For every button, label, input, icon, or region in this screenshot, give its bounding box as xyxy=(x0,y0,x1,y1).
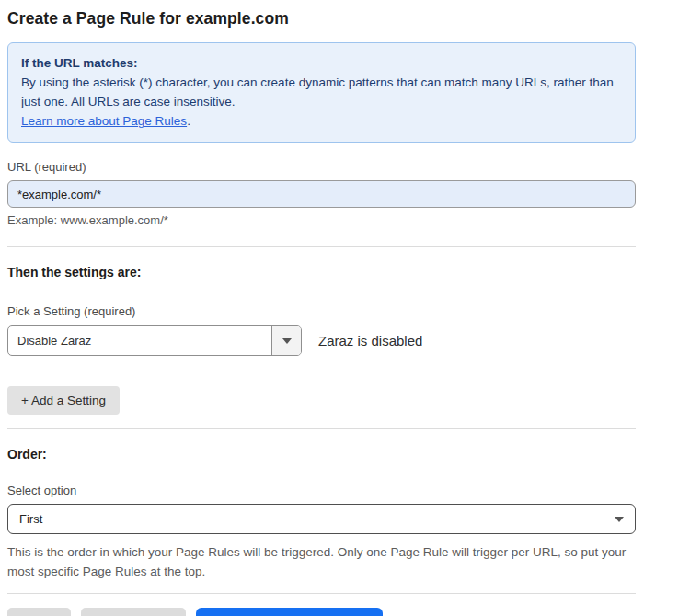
info-box-body: By using the asterisk (*) character, you… xyxy=(21,73,622,111)
order-help-text: This is the order in which your Page Rul… xyxy=(7,542,636,581)
save-and-deploy-button[interactable]: Save and Deploy Page Rule xyxy=(196,608,384,616)
cancel-button[interactable]: Cancel xyxy=(7,608,71,616)
form-actions: Cancel Save as Draft Save and Deploy Pag… xyxy=(7,608,636,616)
add-setting-button[interactable]: + Add a Setting xyxy=(7,386,120,415)
save-as-draft-button[interactable]: Save as Draft xyxy=(81,608,186,616)
order-select-label: Select option xyxy=(7,484,636,497)
setting-select-value: Disable Zaraz xyxy=(8,326,271,355)
order-select-value: First xyxy=(19,512,42,526)
setting-status-text: Zaraz is disabled xyxy=(318,333,422,348)
page-title: Create a Page Rule for example.com xyxy=(7,9,636,29)
order-section-heading: Order: xyxy=(7,447,636,462)
url-field-hint: Example: www.example.com/* xyxy=(7,213,636,227)
chevron-down-icon xyxy=(282,338,292,344)
order-select[interactable]: First xyxy=(7,504,636,534)
url-input[interactable] xyxy=(7,180,636,208)
setting-select-arrow-button[interactable] xyxy=(271,326,301,355)
divider xyxy=(7,593,636,594)
divider xyxy=(7,246,636,247)
setting-select[interactable]: Disable Zaraz xyxy=(7,325,302,356)
settings-section-heading: Then the settings are: xyxy=(7,265,636,279)
chevron-down-icon xyxy=(615,517,624,522)
page-rule-form: Create a Page Rule for example.com If th… xyxy=(0,0,690,616)
pick-setting-label: Pick a Setting (required) xyxy=(7,304,636,318)
learn-more-link[interactable]: Learn more about Page Rules xyxy=(21,114,187,128)
setting-row: Disable Zaraz Zaraz is disabled xyxy=(7,325,636,356)
divider xyxy=(7,428,636,429)
url-field-label: URL (required) xyxy=(7,160,636,174)
url-match-info-box: If the URL matches: By using the asteris… xyxy=(7,42,636,143)
info-box-link-line: Learn more about Page Rules. xyxy=(21,111,622,131)
link-period: . xyxy=(187,114,190,128)
info-box-heading: If the URL matches: xyxy=(21,53,622,73)
